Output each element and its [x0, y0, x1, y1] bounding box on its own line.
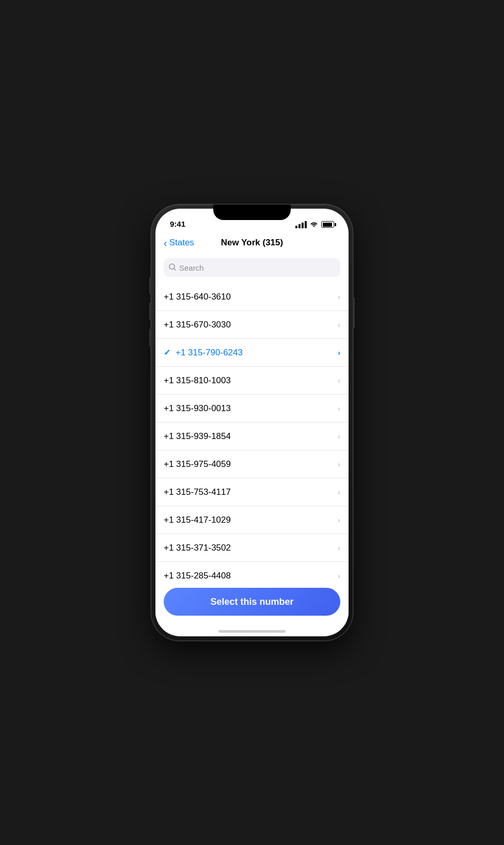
- phone-number-text: +1 315-640-3610: [164, 292, 231, 302]
- bottom-area: Select this number: [155, 582, 349, 626]
- phone-list-item[interactable]: +1 315-371-3502›: [155, 534, 349, 562]
- phone-list-item[interactable]: +1 315-285-4408›: [155, 562, 349, 582]
- chevron-right-icon: ›: [338, 349, 340, 357]
- search-container: Search: [155, 254, 349, 283]
- phone-list-item[interactable]: +1 315-939-1854›: [155, 422, 349, 450]
- wifi-icon: [310, 221, 318, 228]
- svg-line-1: [174, 269, 176, 270]
- back-button[interactable]: ‹ States: [164, 238, 194, 248]
- notch: [213, 205, 291, 220]
- status-time: 9:41: [170, 220, 185, 228]
- phone-number-text: +1 315-930-0013: [164, 403, 231, 414]
- phone-list-item[interactable]: ✓+1 315-790-6243›: [155, 339, 349, 367]
- phone-list-item[interactable]: +1 315-930-0013›: [155, 395, 349, 422]
- back-label: States: [169, 238, 194, 248]
- nav-bar: ‹ States New York (315): [155, 231, 349, 254]
- chevron-right-icon: ›: [338, 544, 340, 552]
- nav-title: New York (315): [221, 238, 283, 248]
- chevron-right-icon: ›: [338, 321, 340, 329]
- phone-list-item[interactable]: +1 315-417-1029›: [155, 506, 349, 534]
- chevron-right-icon: ›: [338, 432, 340, 441]
- chevron-right-icon: ›: [338, 377, 340, 385]
- phone-number-text: +1 315-975-4059: [164, 459, 231, 470]
- phone-number-text: +1 315-753-4117: [164, 487, 231, 497]
- search-placeholder: Search: [179, 263, 204, 272]
- select-number-button[interactable]: Select this number: [164, 588, 340, 616]
- search-bar[interactable]: Search: [164, 258, 340, 277]
- signal-icon: [295, 221, 307, 228]
- back-chevron-icon: ‹: [164, 238, 167, 248]
- phone-list-item[interactable]: +1 315-670-3030›: [155, 311, 349, 339]
- phone-screen: 9:41 ‹ Sta: [155, 209, 349, 636]
- home-indicator: [155, 626, 349, 636]
- phone-list: +1 315-640-3610›+1 315-670-3030›✓+1 315-…: [155, 283, 349, 582]
- status-icons: [295, 221, 334, 228]
- chevron-right-icon: ›: [338, 404, 340, 413]
- home-bar: [218, 630, 286, 633]
- checkmark-icon: ✓: [164, 348, 170, 357]
- phone-frame: 9:41 ‹ Sta: [151, 205, 353, 640]
- chevron-right-icon: ›: [338, 460, 340, 468]
- phone-list-item[interactable]: +1 315-810-1003›: [155, 367, 349, 395]
- phone-list-item[interactable]: +1 315-753-4117›: [155, 478, 349, 506]
- phone-list-item[interactable]: +1 315-975-4059›: [155, 450, 349, 478]
- phone-number-text: +1 315-285-4408: [164, 571, 231, 581]
- phone-number-text: +1 315-939-1854: [164, 431, 231, 442]
- phone-list-item[interactable]: +1 315-640-3610›: [155, 283, 349, 311]
- phone-number-text: +1 315-810-1003: [164, 375, 231, 386]
- battery-icon: [321, 221, 334, 228]
- chevron-right-icon: ›: [338, 516, 340, 524]
- phone-number-text: +1 315-371-3502: [164, 543, 231, 553]
- chevron-right-icon: ›: [338, 488, 340, 496]
- phone-number-text: +1 315-790-6243: [176, 348, 243, 358]
- chevron-right-icon: ›: [338, 293, 340, 301]
- phone-number-text: +1 315-670-3030: [164, 320, 231, 330]
- chevron-right-icon: ›: [338, 572, 340, 580]
- phone-number-text: +1 315-417-1029: [164, 515, 231, 525]
- search-icon: [169, 263, 176, 272]
